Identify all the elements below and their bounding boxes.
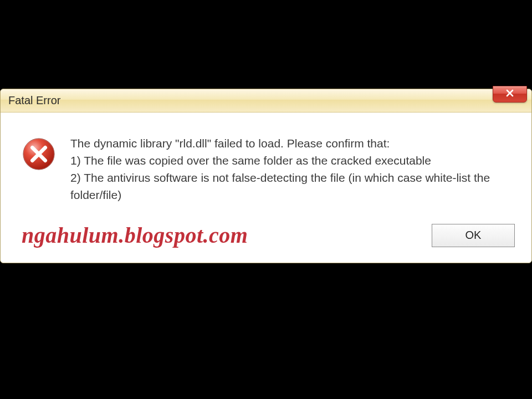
dialog-footer: ngahulum.blogspot.com OK bbox=[1, 214, 531, 263]
window-title: Fatal Error bbox=[8, 94, 60, 107]
dialog-content: The dynamic library "rld.dll" failed to … bbox=[1, 112, 531, 214]
watermark-text: ngahulum.blogspot.com bbox=[22, 222, 248, 248]
close-icon bbox=[505, 89, 514, 100]
error-icon bbox=[22, 137, 56, 171]
error-message: The dynamic library "rld.dll" failed to … bbox=[70, 135, 510, 203]
error-dialog: Fatal Error bbox=[0, 89, 532, 263]
titlebar[interactable]: Fatal Error bbox=[1, 89, 531, 112]
ok-button[interactable]: OK bbox=[432, 224, 515, 247]
close-button[interactable] bbox=[493, 86, 527, 103]
